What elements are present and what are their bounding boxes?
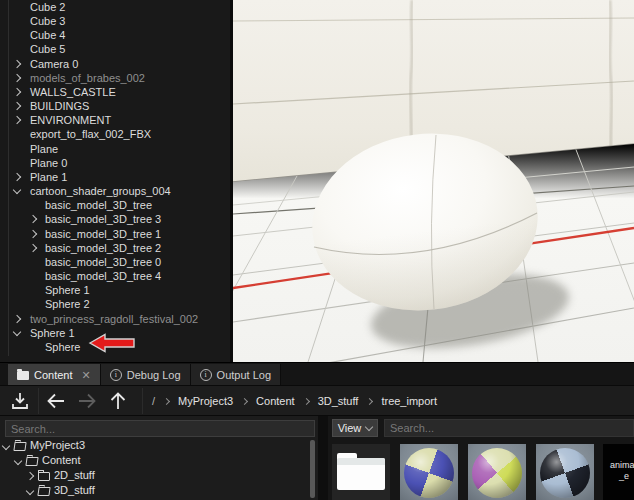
expand-arrow-icon[interactable] (29, 229, 37, 237)
wall-seam (610, 0, 612, 152)
content-tile-asset[interactable]: anima_e (603, 444, 634, 500)
breadcrumb-item[interactable]: tree_import (381, 395, 437, 407)
scene-tree-item[interactable]: Cube 4 (0, 28, 230, 42)
chevron-right-icon (163, 397, 170, 404)
scene-tree-item[interactable]: Cube 2 (0, 0, 230, 14)
expand-arrow-icon[interactable] (13, 327, 21, 335)
folder-panel-scrollbar[interactable] (310, 440, 315, 498)
scene-tree-item[interactable]: export_to_flax_002_FBX (0, 127, 230, 141)
expand-arrow-icon[interactable] (29, 243, 37, 251)
import-button[interactable] (8, 389, 32, 413)
scene-tree-item[interactable]: Cube 5 (0, 42, 230, 56)
scene-item-label: WALLS_CASTLE (30, 85, 116, 99)
scene-item-label: Cube 2 (30, 0, 65, 14)
content-tile-material[interactable] (536, 444, 594, 500)
scene-tree-item[interactable]: basic_model_3D_tree 2 (0, 241, 230, 255)
viewport-3d[interactable] (233, 0, 634, 362)
expand-arrow-icon[interactable] (13, 186, 21, 194)
folder-tree-item[interactable]: Content (0, 453, 318, 468)
scene-tree-item[interactable]: basic_model_3D_tree 3 (0, 212, 230, 226)
chevron-down-icon (365, 423, 373, 431)
scene-tree-item[interactable]: Camera 0 (0, 57, 230, 71)
scene-item-label: Plane 1 (30, 170, 67, 184)
scene-tree-item[interactable]: Cube 3 (0, 14, 230, 28)
expand-arrow-icon[interactable] (13, 88, 21, 96)
forward-button[interactable] (75, 389, 99, 413)
tab-content[interactable]: Content✕ (8, 364, 101, 386)
scene-item-label: models_of_brabes_002 (30, 71, 145, 85)
scene-item-label: Plane (30, 142, 58, 156)
scene-item-label: export_to_flax_002_FBX (30, 127, 151, 141)
scene-tree-item[interactable]: models_of_brabes_002 (0, 71, 230, 85)
viewport-canvas[interactable] (233, 0, 634, 362)
chevron-right-icon (303, 397, 310, 404)
content-folder-panel: MyProject3Content2D_stuff3D_stuff002 (0, 416, 318, 500)
scene-tree-item[interactable]: BUILDINGS (0, 99, 230, 113)
up-button[interactable] (106, 389, 130, 413)
content-tile-folder[interactable] (332, 444, 390, 500)
expand-arrow-icon[interactable] (13, 74, 21, 82)
folder-item-label: MyProject3 (30, 438, 85, 453)
folder-tree-item[interactable]: MyProject3 (0, 438, 318, 453)
scene-tree-item[interactable]: basic_model_3D_tree 1 (0, 227, 230, 241)
expand-arrow-icon[interactable] (13, 59, 21, 67)
asset-label: _e (619, 471, 629, 482)
breadcrumb-item[interactable]: 3D_stuff (318, 395, 359, 407)
scene-item-label: Sphere 1 (45, 283, 90, 297)
folder-icon (25, 457, 38, 466)
expand-arrow-icon[interactable] (26, 487, 34, 495)
folder-tree-item[interactable]: 3D_stuff (0, 483, 318, 498)
expand-arrow-icon[interactable] (29, 215, 37, 223)
expand-arrow-icon[interactable] (26, 472, 34, 480)
tab-label: Debug Log (127, 369, 181, 381)
expand-arrow-icon[interactable] (13, 116, 21, 124)
tab-output-log[interactable]: iOutput Log (191, 364, 281, 386)
scene-tree-item[interactable]: WALLS_CASTLE (0, 85, 230, 99)
folder-tree-item[interactable]: 2D_stuff (0, 468, 318, 483)
back-button[interactable] (44, 389, 68, 413)
scene-tree-item[interactable]: Sphere 2 (0, 297, 230, 311)
scene-item-label: Sphere 1 (30, 326, 75, 340)
scene-item-label: cartoon_shader_groups_004 (30, 184, 171, 198)
scene-tree-item[interactable]: basic_model_3D_tree 0 (0, 255, 230, 269)
folder-search-input[interactable] (5, 420, 315, 437)
expand-arrow-icon[interactable] (13, 314, 21, 322)
chevron-right-icon (241, 397, 248, 404)
scene-tree-item[interactable]: Plane (0, 142, 230, 156)
scene-tree-item[interactable]: basic_model_3D_tree (0, 198, 230, 212)
expand-arrow-icon[interactable] (13, 102, 21, 110)
expand-arrow-icon[interactable] (2, 442, 10, 450)
scene-hierarchy-panel: Cube 2Cube 3Cube 4Cube 5Camera 0models_o… (0, 0, 230, 362)
folder-item-label: 3D_stuff (54, 483, 95, 498)
scene-tree-item[interactable]: two_princess_ragdoll_festival_002 (0, 312, 230, 326)
content-tile-material[interactable] (468, 444, 526, 500)
view-dropdown-button[interactable]: View (332, 419, 378, 437)
sphere-shading-overlay (472, 448, 522, 498)
expand-arrow-icon[interactable] (13, 173, 21, 181)
editor-window: Cube 2Cube 3Cube 4Cube 5Camera 0models_o… (0, 0, 634, 500)
scene-tree-item[interactable]: cartoon_shader_groups_004 (0, 184, 230, 198)
scene-tree-item[interactable]: ENVIRONMENT (0, 113, 230, 127)
tab-label: Content (34, 369, 73, 381)
content-search-input[interactable] (384, 419, 634, 437)
scene-item-label: basic_model_3D_tree 2 (45, 241, 161, 255)
close-icon[interactable]: ✕ (82, 369, 91, 382)
breadcrumb-item[interactable]: MyProject3 (178, 395, 233, 407)
scene-tree-item[interactable]: Plane 1 (0, 170, 230, 184)
breadcrumb-item[interactable]: Content (256, 395, 295, 407)
sphere-shading-overlay (540, 448, 590, 498)
scene-tree-item[interactable]: Plane 0 (0, 156, 230, 170)
scene-item-label: basic_model_3D_tree 4 (45, 269, 161, 283)
expand-arrow-icon[interactable] (14, 457, 22, 465)
folder-icon (17, 371, 29, 380)
folder-item-label: Content (42, 453, 81, 468)
content-tile-material[interactable] (400, 444, 458, 500)
panel-splitter[interactable] (318, 416, 328, 500)
breadcrumb-root[interactable]: / (152, 395, 155, 407)
scene-tree-item[interactable]: basic_model_3D_tree 4 (0, 269, 230, 283)
sphere-shading-overlay (404, 448, 454, 498)
scene-tree-item[interactable]: Sphere 1 (0, 283, 230, 297)
scene-item-label: two_princess_ragdoll_festival_002 (30, 312, 198, 326)
content-items-panel: View anima_e (328, 416, 634, 500)
tab-debug-log[interactable]: iDebug Log (101, 364, 191, 386)
